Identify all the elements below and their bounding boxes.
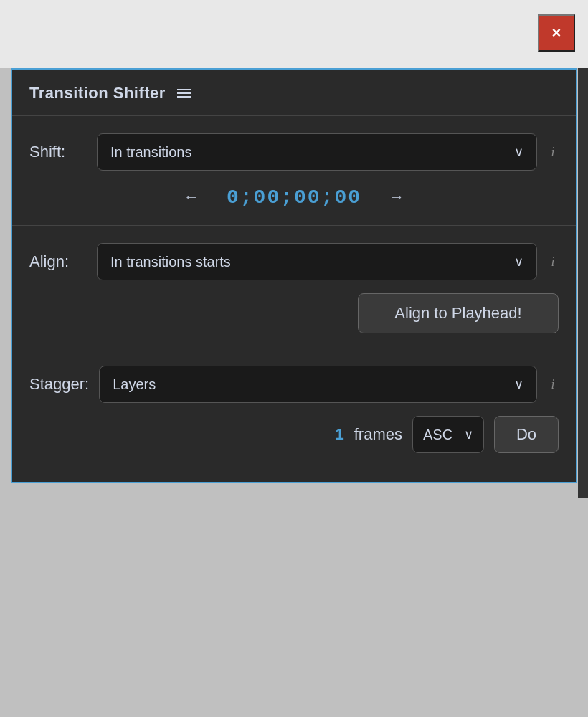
window-container: × Transition Shifter Shift: In transitio… [0, 0, 588, 717]
close-button[interactable]: × [538, 14, 575, 52]
align-info-icon: i [547, 255, 559, 270]
main-panel: Transition Shifter Shift: In transitions… [11, 68, 577, 483]
align-label: Align: [29, 252, 87, 271]
align-row: Align: In transitions starts ∨ i [29, 243, 559, 280]
align-section: Align: In transitions starts ∨ i Align t… [12, 226, 576, 348]
shift-dropdown[interactable]: In transitions ∨ [97, 133, 537, 171]
timecode-left-arrow-button[interactable]: ← [176, 184, 207, 211]
stagger-bottom-row: 1 frames ASC ∨ Do [29, 416, 559, 453]
stagger-section: Stagger: Layers ∨ i 1 frames ASC ∨ Do [12, 348, 576, 467]
timecode-right-arrow-button[interactable]: → [381, 184, 412, 211]
stagger-dropdown[interactable]: Layers ∨ [99, 366, 537, 403]
stagger-dropdown-value: Layers [113, 376, 156, 393]
frames-number: 1 [336, 425, 344, 444]
title-bar: × [0, 0, 588, 68]
align-playhead-row: Align to Playhead! [29, 293, 559, 333]
shift-dropdown-arrow-icon: ∨ [514, 144, 523, 160]
panel-header: Transition Shifter [12, 70, 576, 115]
scrollbar-track[interactable] [578, 68, 588, 498]
stagger-dropdown-arrow-icon: ∨ [514, 376, 523, 392]
align-to-playhead-button[interactable]: Align to Playhead! [358, 293, 559, 333]
panel-title: Transition Shifter [29, 84, 166, 103]
shift-row: Shift: In transitions ∨ i [29, 133, 559, 171]
menu-icon[interactable] [177, 89, 191, 98]
asc-dropdown[interactable]: ASC ∨ [412, 416, 484, 453]
align-dropdown-value: In transitions starts [110, 254, 231, 270]
align-dropdown-arrow-icon: ∨ [514, 254, 523, 270]
stagger-row: Stagger: Layers ∨ i [29, 366, 559, 403]
stagger-info-icon: i [547, 377, 559, 392]
timecode-row: ← 0;00;00;00 → [29, 184, 559, 211]
shift-section: Shift: In transitions ∨ i ← 0;00;00;00 → [12, 116, 576, 225]
shift-label: Shift: [29, 143, 87, 161]
shift-dropdown-value: In transitions [110, 144, 191, 161]
shift-info-icon: i [547, 145, 559, 160]
align-dropdown[interactable]: In transitions starts ∨ [97, 243, 537, 280]
do-button[interactable]: Do [494, 416, 559, 453]
asc-dropdown-value: ASC [423, 427, 452, 443]
frames-label: frames [354, 425, 402, 444]
timecode-display: 0;00;00;00 [227, 186, 361, 209]
stagger-label: Stagger: [29, 375, 89, 394]
asc-dropdown-arrow-icon: ∨ [464, 427, 473, 442]
